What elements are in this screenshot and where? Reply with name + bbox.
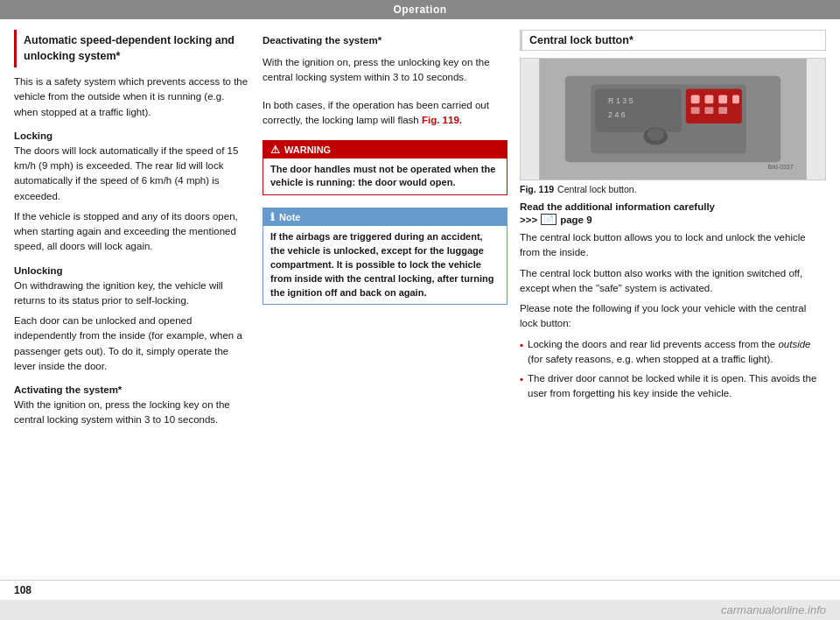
header-bar: Operation xyxy=(0,0,840,19)
svg-rect-9 xyxy=(691,95,700,103)
unlocking-title: Unlocking xyxy=(14,265,250,276)
svg-rect-12 xyxy=(732,95,739,103)
left-intro: This is a safety system which prevents a… xyxy=(14,74,250,120)
deactivating-text1: With the ignition on, press the unlockin… xyxy=(262,55,508,86)
svg-rect-8 xyxy=(686,89,742,123)
read-info-line: Read the additional information carefull… xyxy=(520,201,826,212)
page-footer: 108 xyxy=(0,580,840,600)
bullet1-italic: outside xyxy=(778,339,810,349)
deactivating-ref: Fig. 119. xyxy=(422,115,462,125)
svg-text:Bild-0337: Bild-0337 xyxy=(767,164,793,170)
car-interior-image: R 1 3 5 2 4 6 xyxy=(521,59,825,180)
note-label: Note xyxy=(279,212,300,222)
read-info-page: page 9 xyxy=(560,215,592,225)
activating-title: Activating the system* xyxy=(14,384,250,395)
right-body-text2: The central lock button also works with … xyxy=(520,266,826,297)
fig-caption-text: Central lock button. xyxy=(557,184,636,194)
note-box: Note If the airbags are triggered during… xyxy=(262,208,508,306)
bullet1-text: Locking the doors and rear lid prevents … xyxy=(528,339,775,349)
svg-rect-10 xyxy=(704,95,713,103)
warning-box: WARNING The door handles must not be ope… xyxy=(262,140,508,195)
activating-text: With the ignition on, press the locking … xyxy=(14,398,250,428)
svg-rect-14 xyxy=(704,107,713,114)
svg-rect-13 xyxy=(691,107,700,114)
svg-text:2  4  6: 2 4 6 xyxy=(608,110,626,119)
svg-text:R  1  3  5: R 1 3 5 xyxy=(608,96,634,105)
deactivating-text2: In both cases, if the operation has been… xyxy=(262,98,508,129)
right-column: Central lock button* R 1 3 5 2 4 6 xyxy=(520,30,826,573)
left-column: Automatic speed-dependent locking and un… xyxy=(14,30,250,573)
fig-number: Fig. 119 xyxy=(520,184,554,194)
fig-caption: Fig. 119 Central lock button. xyxy=(520,184,826,194)
main-content: Automatic speed-dependent locking and un… xyxy=(0,19,840,580)
right-body-text3: Please note the following if you lock yo… xyxy=(520,301,826,332)
page-number: 108 xyxy=(14,584,32,596)
left-title-text: Automatic speed-dependent locking and un… xyxy=(24,34,234,62)
bullet-dot-1: • xyxy=(520,338,523,368)
bullet-item-1: • Locking the doors and rear lid prevent… xyxy=(520,337,826,368)
read-info-ref: >>> 📄 page 9 xyxy=(520,214,826,225)
left-title-box: Automatic speed-dependent locking and un… xyxy=(14,30,250,67)
svg-rect-15 xyxy=(718,107,727,114)
locking-text1: The doors will lock automatically if the… xyxy=(14,144,250,204)
note-header: Note xyxy=(263,208,507,226)
fig-image-container: R 1 3 5 2 4 6 xyxy=(520,58,826,180)
note-body: If the airbags are triggered during an a… xyxy=(263,226,507,305)
unlocking-text1: On withdrawing the ignition key, the veh… xyxy=(14,278,250,309)
deactivating-title: Deactivating the system* xyxy=(262,35,508,46)
locking-title: Locking xyxy=(14,130,250,141)
warning-label: WARNING xyxy=(284,144,331,155)
right-title-text: Central lock button* xyxy=(529,34,634,46)
svg-rect-11 xyxy=(718,95,727,103)
bullet-dot-2: • xyxy=(520,372,523,402)
header-label: Operation xyxy=(393,4,446,16)
read-info-prefix: >>> xyxy=(520,215,537,225)
middle-column: Deactivating the system* With the igniti… xyxy=(262,30,508,573)
warning-body: The door handles must not be operated wh… xyxy=(263,159,507,194)
page-icon: 📄 xyxy=(541,214,556,225)
right-body-text1: The central lock button allows you to lo… xyxy=(520,230,826,261)
watermark-text: carmanualonline.info xyxy=(721,603,826,616)
bullet-item-2: • The driver door cannot be locked while… xyxy=(520,371,826,402)
svg-point-7 xyxy=(647,129,664,141)
warning-header: WARNING xyxy=(263,141,507,159)
locking-text2: If the vehicle is stopped and any of its… xyxy=(14,209,250,255)
bullet1-text2: (for safety reasons, e.g. when stopped a… xyxy=(528,354,773,364)
watermark-bar: carmanualonline.info xyxy=(0,600,840,620)
bullet2-text: The driver door cannot be locked while i… xyxy=(528,371,826,402)
unlocking-text2: Each door can be unlocked and opened ind… xyxy=(14,314,250,374)
bullet1-content: Locking the doors and rear lid prevents … xyxy=(528,337,826,368)
page-container: Operation Automatic speed-dependent lock… xyxy=(0,0,840,620)
right-title-box: Central lock button* xyxy=(520,30,826,51)
